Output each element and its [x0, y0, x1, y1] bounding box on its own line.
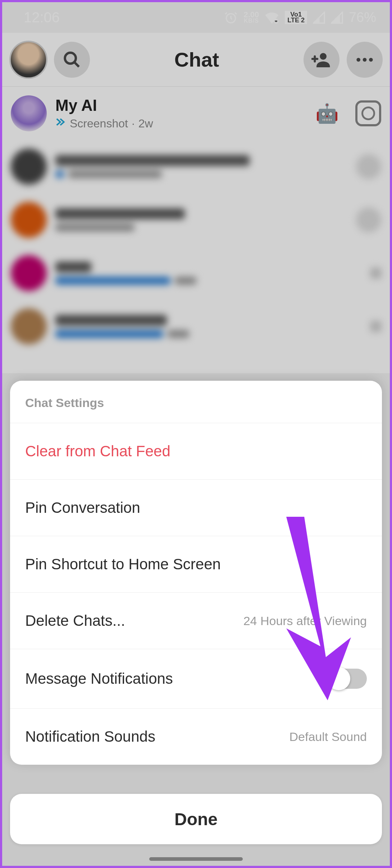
- chat-settings-sheet: Chat Settings Clear from Chat Feed Pin C…: [10, 381, 382, 765]
- message-notifications-item[interactable]: Message Notifications: [10, 649, 382, 709]
- pin-conversation-item[interactable]: Pin Conversation: [10, 480, 382, 536]
- pin-shortcut-item[interactable]: Pin Shortcut to Home Screen: [10, 536, 382, 593]
- clear-from-chat-feed-item[interactable]: Clear from Chat Feed: [10, 423, 382, 480]
- done-button[interactable]: Done: [10, 794, 382, 844]
- delete-chats-item[interactable]: Delete Chats... 24 Hours after Viewing: [10, 593, 382, 649]
- android-nav-indicator[interactable]: [149, 857, 243, 861]
- message-notifications-toggle[interactable]: [328, 669, 367, 689]
- sheet-title: Chat Settings: [25, 396, 367, 410]
- notification-sounds-item[interactable]: Notification Sounds Default Sound: [10, 709, 382, 765]
